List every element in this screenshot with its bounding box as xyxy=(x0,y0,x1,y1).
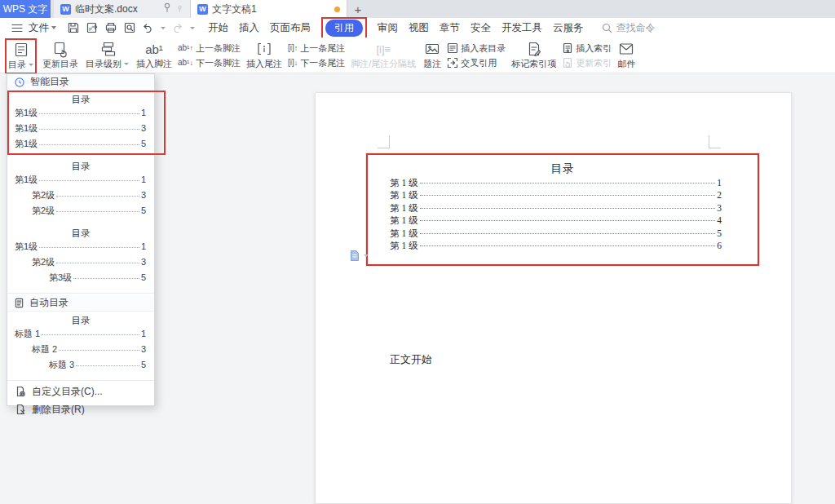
new-tab-button[interactable]: + xyxy=(347,0,369,18)
caption-icon xyxy=(423,40,441,58)
undo-caret-icon[interactable] xyxy=(161,27,166,29)
mail-button[interactable]: 邮件 xyxy=(616,39,637,72)
toc-preview-option-0[interactable]: 目录第1级1第1级3第1级5 xyxy=(7,91,154,157)
delete-toc-menu-item[interactable]: 删除目录(R) xyxy=(7,400,154,418)
dotted-leader xyxy=(39,144,139,145)
prev-footnote-icon: ab¹↑ xyxy=(178,44,193,52)
toc-preview-option-2[interactable]: 目录第1级1第2级3第3级5 xyxy=(7,224,154,291)
insert-endnote-icon xyxy=(255,40,273,58)
menu-tab-3-active[interactable]: 引用 xyxy=(325,20,363,37)
wps-doc-icon: W xyxy=(60,4,71,15)
toc-preview-row-label: 第2级 xyxy=(32,205,55,217)
dotted-leader xyxy=(39,180,139,181)
prev-endnote-button[interactable]: [i]↑ 上一条尾注 xyxy=(288,42,345,55)
toc-preview-row: 第2级5 xyxy=(7,205,154,220)
dotted-leader xyxy=(420,183,716,183)
redo-icon[interactable] xyxy=(170,21,184,35)
unsaved-dot-icon xyxy=(334,7,340,12)
document-toc-entry-label: 第 1 级 xyxy=(390,214,418,227)
caption-button[interactable]: 题注 xyxy=(422,39,443,72)
insert-footnote-button[interactable]: ab¹ 插入脚注 xyxy=(135,39,174,72)
document-body-text[interactable]: 正文开始 xyxy=(390,352,432,367)
smart-toc-icon xyxy=(14,77,25,88)
toc-level-button[interactable]: 目录级别 xyxy=(84,39,130,72)
auto-toc-icon xyxy=(14,298,24,308)
menu-tab-0[interactable]: 开始 xyxy=(208,21,228,35)
toc-preview-option-1[interactable]: 目录第1级1第2级3第2级5 xyxy=(7,157,154,224)
file-menu-label: 文件 xyxy=(29,21,49,35)
document-toc-title[interactable]: 目录 xyxy=(366,161,759,176)
undo-icon[interactable] xyxy=(141,21,155,35)
prev-footnote-button[interactable]: ab¹↑ 上一条脚注 xyxy=(178,42,241,55)
document-tab-inactive[interactable]: W 临时文案.docx xyxy=(54,0,191,18)
document-page[interactable]: 目录 第 1 级1第 1 级2第 1 级3第 1 级4第 1 级5第 1 级6 … xyxy=(315,92,792,504)
update-toc-button[interactable]: 更新目录 xyxy=(41,39,80,72)
print-icon[interactable] xyxy=(104,21,117,35)
pin-small-icon xyxy=(176,3,183,15)
menu-tab-1[interactable]: 插入 xyxy=(239,21,259,35)
export-pdf-icon[interactable]: P xyxy=(85,21,99,35)
toc-preview-row-label: 第1级 xyxy=(15,174,38,186)
auto-toc-section-header: 自动目录 xyxy=(7,295,154,312)
toc-button[interactable]: 目录 xyxy=(7,40,35,73)
toc-preview-row-page: 1 xyxy=(141,241,146,251)
insert-index-button[interactable]: 插入索引 xyxy=(562,42,612,55)
document-toc-entry-page: 6 xyxy=(717,241,722,250)
annotation-red-box-references-tab: 引用 xyxy=(321,17,367,39)
menu-tab-9[interactable]: 云服务 xyxy=(553,21,584,35)
wps-app-button[interactable]: WPS 文字 xyxy=(0,0,51,18)
next-footnote-button[interactable]: ab¹↓ 下一条脚注 xyxy=(178,56,241,69)
document-toc-entry[interactable]: 第 1 级5 xyxy=(390,228,722,240)
file-menu[interactable]: 文件 xyxy=(29,21,56,35)
menu-tab-4[interactable]: 审阅 xyxy=(378,21,398,35)
chevron-down-icon xyxy=(364,254,369,257)
toc-preview-row-page: 5 xyxy=(141,272,146,282)
document-toc-entry-label: 第 1 级 xyxy=(390,202,418,214)
annotation-red-box-toc-button: 目录 xyxy=(5,38,37,74)
insert-table-of-figures-button[interactable]: 插入表目录 xyxy=(447,42,506,55)
mail-icon xyxy=(617,40,635,58)
document-toc-entry[interactable]: 第 1 级2 xyxy=(390,189,722,201)
command-search[interactable]: 查找命令 xyxy=(602,21,656,35)
mark-index-entry-button[interactable]: 标记索引项 xyxy=(510,39,558,72)
menu-tab-5[interactable]: 视图 xyxy=(409,21,429,35)
insert-footnote-label: 插入脚注 xyxy=(136,58,172,70)
document-toc-entry[interactable]: 第 1 级6 xyxy=(390,240,722,252)
update-index-icon xyxy=(562,57,573,69)
toc-preview-row: 第1级1 xyxy=(7,174,154,189)
custom-toc-menu-item[interactable]: 自定义目录(C)... xyxy=(7,382,154,400)
toc-widget-button[interactable] xyxy=(349,250,369,262)
print-preview-icon[interactable] xyxy=(122,21,136,35)
toc-preview-row: 标题 23 xyxy=(7,343,154,359)
redo-caret-icon[interactable] xyxy=(190,27,195,29)
dotted-leader xyxy=(420,245,716,246)
insert-index-label: 插入索引 xyxy=(576,42,612,55)
svg-text:P: P xyxy=(89,27,92,32)
dotted-leader xyxy=(39,113,139,114)
chevron-down-icon xyxy=(29,64,33,66)
toc-preview-option-3[interactable]: 目录标题 11标题 23标题 35 xyxy=(7,312,154,378)
prev-footnote-label: 上一条脚注 xyxy=(196,42,241,55)
dotted-leader xyxy=(56,196,139,197)
document-toc-entry[interactable]: 第 1 级4 xyxy=(390,214,722,227)
menu-tab-7[interactable]: 安全 xyxy=(471,21,491,35)
pin-icon[interactable] xyxy=(162,2,172,15)
insert-table-of-figures-label: 插入表目录 xyxy=(461,42,506,55)
menu-tab-8[interactable]: 开发工具 xyxy=(501,21,542,35)
next-footnote-icon: ab¹↓ xyxy=(178,59,193,67)
toc-preview-row: 标题 11 xyxy=(7,328,154,343)
margin-corner-right xyxy=(709,135,721,148)
hamburger-icon[interactable] xyxy=(10,21,24,35)
document-toc-entry[interactable]: 第 1 级1 xyxy=(390,177,722,189)
custom-toc-icon xyxy=(15,386,26,397)
document-tab-active[interactable]: W 文字文稿1 xyxy=(191,0,347,18)
menu-tab-6[interactable]: 章节 xyxy=(440,21,460,35)
document-toc-entry[interactable]: 第 1 级3 xyxy=(390,202,722,214)
cross-reference-button[interactable]: 交叉引用 xyxy=(447,56,506,69)
next-endnote-button[interactable]: [i]↓ 下一条尾注 xyxy=(288,56,345,69)
save-icon[interactable] xyxy=(66,21,80,35)
prev-endnote-icon: [i]↑ xyxy=(288,44,298,52)
insert-endnote-button[interactable]: 插入尾注 xyxy=(245,39,284,72)
dotted-leader xyxy=(59,350,139,351)
menu-tab-2[interactable]: 页面布局 xyxy=(270,21,311,35)
